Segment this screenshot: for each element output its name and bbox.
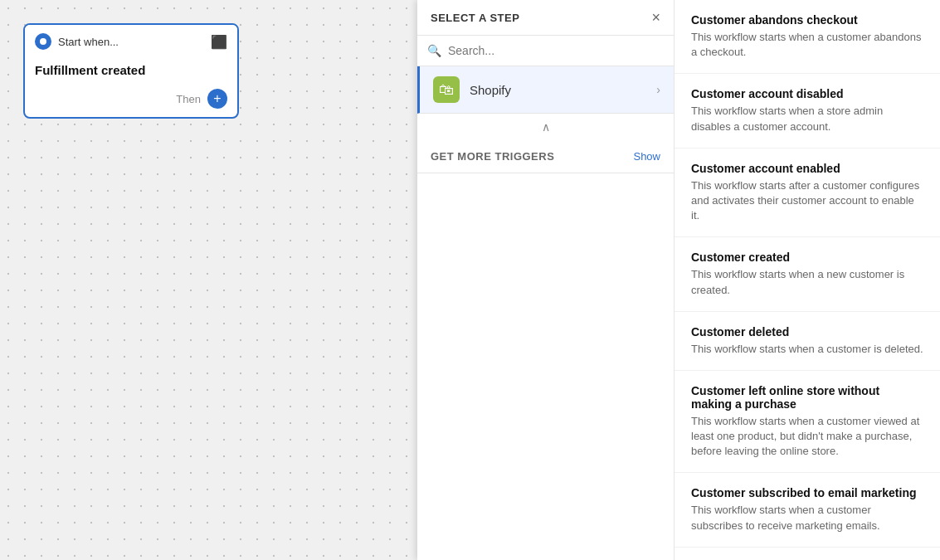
shopify-logo: 🛍 — [433, 76, 460, 103]
trigger-dot — [35, 33, 51, 50]
trigger-desc: This workflow starts when a new customer… — [691, 267, 923, 297]
panel-title: SELECT A STEP — [431, 12, 519, 24]
collapse-indicator[interactable]: ∧ — [417, 114, 674, 140]
trigger-name: Customer account enabled — [691, 162, 923, 175]
trigger-name: Customer subscribed to email marketing — [691, 486, 923, 499]
node-menu-icon[interactable]: ⬛ — [211, 34, 227, 50]
trigger-name: Customer left online store without makin… — [691, 384, 923, 411]
trigger-desc: This workflow starts when a customer aba… — [691, 30, 923, 60]
start-node-body: Fulfillment created — [25, 58, 237, 89]
trigger-item[interactable]: Customer account enabledThis workflow st… — [675, 149, 940, 238]
trigger-item[interactable]: Customer left online store without makin… — [675, 371, 940, 474]
start-when-label: Start when... — [58, 36, 119, 48]
trigger-item[interactable]: Draft order createdThis workflow starts … — [675, 548, 940, 560]
search-icon: 🔍 — [427, 44, 441, 57]
start-node-header-left: Start when... — [35, 33, 119, 50]
chevron-up-icon: ∧ — [542, 120, 550, 134]
start-node-header: Start when... ⬛ — [25, 25, 237, 58]
trigger-desc: This workflow starts when a customer sub… — [691, 503, 923, 533]
shopify-label: Shopify — [470, 83, 646, 97]
more-triggers-label: GET MORE TRIGGERS — [431, 150, 554, 163]
chevron-right-icon: › — [656, 83, 660, 96]
trigger-name: Customer deleted — [691, 325, 923, 338]
search-bar: 🔍 — [417, 36, 674, 66]
trigger-item[interactable]: Customer subscribed to email marketingTh… — [675, 473, 940, 547]
trigger-name: Customer abandons checkout — [691, 13, 923, 27]
more-triggers-row: GET MORE TRIGGERS Show — [417, 140, 674, 173]
start-node: Start when... ⬛ Fulfillment created Then… — [23, 23, 239, 119]
trigger-item[interactable]: Customer deletedThis workflow starts whe… — [675, 312, 940, 371]
show-more-triggers-button[interactable]: Show — [633, 150, 660, 163]
close-button[interactable]: × — [651, 10, 660, 25]
panel-left: SELECT A STEP × 🔍 🛍 Shopify › ∧ GET MORE… — [417, 0, 675, 560]
panel-header: SELECT A STEP × — [417, 0, 674, 36]
shopify-bag-icon: 🛍 — [439, 81, 454, 99]
trigger-desc: This workflow starts when a customer vie… — [691, 414, 923, 460]
shopify-item[interactable]: 🛍 Shopify › — [417, 66, 674, 114]
trigger-item[interactable]: Customer createdThis workflow starts whe… — [675, 237, 940, 311]
start-node-footer: Then + — [25, 89, 237, 117]
trigger-name: Customer account disabled — [691, 87, 923, 100]
trigger-desc: This workflow starts after a customer co… — [691, 178, 923, 224]
add-step-button[interactable]: + — [207, 89, 227, 109]
trigger-desc: This workflow starts when a customer is … — [691, 342, 923, 357]
panel-right: Customer abandons checkoutThis workflow … — [675, 0, 940, 560]
trigger-item[interactable]: Customer abandons checkoutThis workflow … — [675, 0, 940, 74]
trigger-item[interactable]: Customer account disabledThis workflow s… — [675, 74, 940, 148]
then-label: Then — [176, 93, 201, 105]
search-input[interactable] — [448, 44, 664, 57]
trigger-name: Customer created — [691, 251, 923, 264]
right-panel: SELECT A STEP × 🔍 🛍 Shopify › ∧ GET MORE… — [417, 0, 940, 560]
trigger-desc: This workflow starts when a store admin … — [691, 104, 923, 134]
